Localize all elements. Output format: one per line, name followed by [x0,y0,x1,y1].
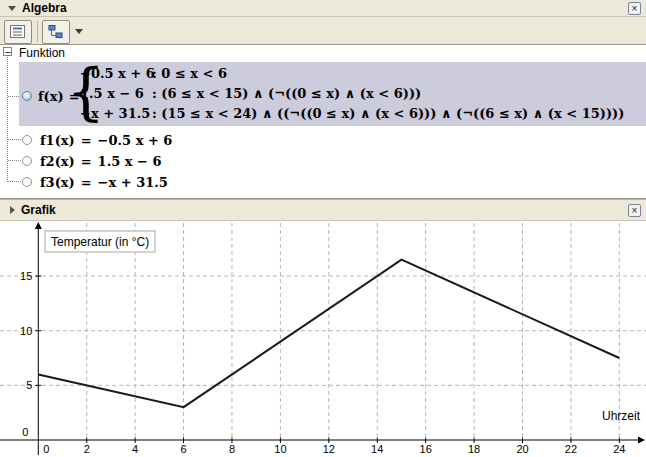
function-f-row[interactable]: f(x)= { −0.5 x + 6 : 0 ≤ x < 6 1.5 x − 6… [0,62,646,126]
expand-arrow-icon[interactable] [10,206,15,214]
tree-view-icon [47,23,65,41]
x-tick-label: 6 [180,443,186,455]
visibility-toggle-f[interactable] [22,91,32,101]
x-axis-arrow [638,437,645,444]
x-tick-label: 12 [323,443,335,455]
x-tick-label: 18 [468,443,480,455]
x-tick-label: 4 [132,443,138,455]
piece-expr: −x + 31.5 [80,104,152,124]
x-tick-label: 8 [229,443,235,455]
collapse-arrow-icon[interactable] [8,6,16,11]
grafik-close-button[interactable]: × [628,204,641,217]
y-tick-label: 5 [26,379,32,391]
close-icon: × [632,3,638,14]
x-tick-label: 2 [84,443,90,455]
piece-expr: −0.5 x + 6 [80,64,152,84]
f3-definition: f3(x)=−x + 31.5 [40,175,168,191]
y-axis-caption: Temperatur (in °C) [51,235,149,249]
grafik-panel-header: Grafik × [0,199,646,221]
origin-label: 0 [22,426,28,438]
piecewise-rows: −0.5 x + 6 : 0 ≤ x < 6 1.5 x − 6 : (6 ≤ … [80,64,624,124]
y-axis-arrow [35,222,42,229]
minus-icon: − [4,47,12,57]
toolbar-separator [37,21,38,42]
close-icon: × [632,205,638,216]
algebra-toolbar [0,17,646,45]
y-tick-label: 15 [20,270,32,282]
algebra-close-button[interactable]: × [628,2,641,15]
f2-definition: f2(x)=1.5 x − 6 [40,154,162,170]
piece-cond: : (15 ≤ x < 24) ∧ ((¬((0 ≤ x) ∧ (x < 6))… [152,104,624,124]
algebra-tree: − Funktion f(x)= { −0.5 x + 6 : 0 ≤ x < … [0,46,646,196]
x-tick-label: 20 [516,443,528,455]
sort-objects-button[interactable] [42,20,70,44]
x-tick-label: 14 [371,443,383,455]
y-tick-label: 10 [20,325,32,337]
visibility-toggle-f2[interactable] [22,156,32,166]
x-tick-label: 22 [565,443,577,455]
function-f1-row[interactable]: f1(x)=−0.5 x + 6 [0,133,646,149]
funktion-group-label: Funktion [19,46,65,60]
funktion-node-toggle[interactable]: − [3,47,12,56]
auxiliary-objects-button[interactable] [4,20,32,44]
x-tick-label: 16 [420,443,432,455]
function-f2-row[interactable]: f2(x)=1.5 x − 6 [0,154,646,170]
f1-definition: f1(x)=−0.5 x + 6 [40,133,172,149]
sort-dropdown-chevron-icon[interactable] [75,29,83,34]
grafik-panel-title: Grafik [21,203,56,217]
function-plot: 024681012141618202224051015Temperatur (i… [0,221,646,457]
visibility-toggle-f3[interactable] [22,177,32,187]
piece-cond: : 0 ≤ x < 6 [152,64,624,84]
x-tick-label: 0 [43,443,49,455]
x-tick-label: 24 [613,443,625,455]
algebra-panel-header: Algebra × [0,0,646,17]
piece-expr: 1.5 x − 6 [80,84,152,104]
visibility-toggle-f1[interactable] [22,135,32,145]
auxiliary-objects-icon [9,23,27,41]
graphics-view[interactable]: 024681012141618202224051015Temperatur (i… [0,221,646,457]
x-tick-label: 10 [274,443,286,455]
piece-cond: : (6 ≤ x < 15) ∧ (¬((0 ≤ x) ∧ (x < 6))) [152,84,624,104]
function-f3-row[interactable]: f3(x)=−x + 31.5 [0,175,646,191]
x-axis-caption: Uhrzeit [602,409,641,423]
algebra-panel-title: Algebra [22,1,67,15]
